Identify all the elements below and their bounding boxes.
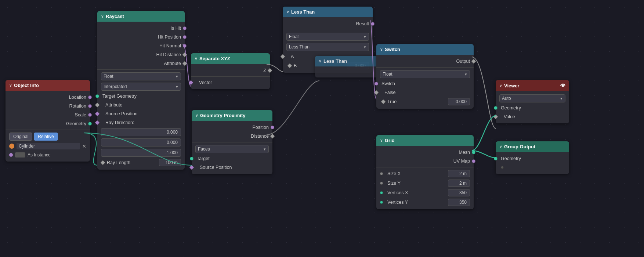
cylinder-row: Cylinder ✕ xyxy=(6,142,90,151)
viewer-geometry-socket[interactable] xyxy=(494,106,498,110)
geometry-proximity-collapse-icon[interactable]: ∨ xyxy=(195,113,198,117)
grid-vertx-socket[interactable] xyxy=(380,191,383,194)
grid-mesh-row: Mesh xyxy=(376,148,474,157)
viewer-eye-icon[interactable]: 👁 xyxy=(560,83,565,88)
switch-false-row: False xyxy=(376,88,474,97)
source-position-row: Source Position xyxy=(97,109,185,118)
switch-body: Output Float Switch False True 0.000 xyxy=(376,55,474,109)
switch-output-socket[interactable] xyxy=(471,59,476,64)
hit-normal-socket[interactable] xyxy=(183,44,187,48)
raycast-type-dropdown[interactable]: Float xyxy=(101,72,181,80)
viewer-value-socket[interactable] xyxy=(493,114,498,119)
switch-switch-row: Switch xyxy=(376,79,474,88)
grid-uv-socket[interactable] xyxy=(472,159,475,163)
ray-length-socket[interactable] xyxy=(100,160,105,165)
ray-direction-label: Ray Direction: xyxy=(105,120,134,125)
target-geometry-socket[interactable] xyxy=(95,94,99,98)
gp-distance-label: Distance xyxy=(251,134,269,139)
gp-faces-select[interactable]: Faces xyxy=(195,145,269,153)
mode-buttons: Original Relative xyxy=(6,131,90,142)
ray-y-input[interactable] xyxy=(101,138,181,146)
group-output-geometry-socket[interactable] xyxy=(494,157,498,160)
location-socket[interactable] xyxy=(88,95,92,99)
grid-sizex-socket[interactable] xyxy=(380,172,383,175)
switch-type-select[interactable]: Float xyxy=(380,70,470,78)
hit-position-socket[interactable] xyxy=(183,35,187,39)
group-output-title: Group Output xyxy=(504,144,535,149)
grid-vertx-row: Vertices X 350 xyxy=(376,188,474,198)
rotation-socket[interactable] xyxy=(88,104,92,108)
raycast-attribute-socket[interactable] xyxy=(182,61,187,66)
is-hit-socket[interactable] xyxy=(183,26,187,30)
gp-faces-dropdown[interactable]: Faces xyxy=(195,145,269,153)
ray-z-input[interactable] xyxy=(101,149,181,157)
viewer-collapse-icon[interactable]: ∨ xyxy=(499,84,502,88)
ray-x-input[interactable] xyxy=(101,128,181,136)
xyz-z-socket[interactable] xyxy=(267,68,272,73)
grid-collapse-icon[interactable]: ∨ xyxy=(380,138,383,142)
lt-a-socket[interactable] xyxy=(280,54,285,59)
grid-mesh-socket[interactable] xyxy=(472,151,475,154)
ray-z-row xyxy=(97,148,185,158)
ray-length-val: 100 m xyxy=(159,159,181,166)
raycast-interp-dropdown[interactable]: Interpolated xyxy=(101,83,181,91)
lt-result-socket[interactable] xyxy=(371,22,375,26)
viewer-auto-dropdown[interactable]: Auto xyxy=(499,94,565,102)
less-than-header: ∨ Less Than xyxy=(283,7,373,17)
grid-sizey-socket[interactable] xyxy=(380,182,383,185)
viewer-header: ∨ Viewer 👁 xyxy=(496,80,569,91)
group-output-geometry-label: Geometry xyxy=(501,156,521,161)
grid-verty-socket[interactable] xyxy=(380,201,383,204)
lt-a-label: A xyxy=(291,54,294,59)
switch-switch-socket[interactable] xyxy=(375,82,378,86)
relative-btn[interactable]: Relative xyxy=(34,133,58,141)
as-instance-label: As Instance xyxy=(28,152,51,158)
xyz-z-row: Z xyxy=(191,66,270,75)
ray-x-row xyxy=(97,127,185,137)
raycast-attribute-in-socket[interactable] xyxy=(95,102,100,108)
grid-verty-val: 350 xyxy=(448,199,470,206)
as-instance-toggle[interactable] xyxy=(15,152,25,158)
switch-false-label: False xyxy=(384,90,396,95)
scale-socket[interactable] xyxy=(88,113,92,117)
collapse-icon[interactable]: ∨ xyxy=(9,83,12,87)
geometry-proximity-title: Geometry Proximity xyxy=(200,113,246,118)
ray-direction-socket[interactable] xyxy=(95,120,100,125)
raycast-collapse-icon[interactable]: ∨ xyxy=(101,14,104,18)
grid-mesh-label: Mesh xyxy=(459,150,470,155)
separate-xyz-title: Separate XYZ xyxy=(199,56,230,61)
switch-true-socket[interactable] xyxy=(381,99,386,104)
xyz-vector-socket[interactable] xyxy=(188,80,193,85)
raycast-node: ∨ Raycast Is Hit Hit Position Hit Normal… xyxy=(97,11,185,170)
geometry-out-socket[interactable] xyxy=(88,122,92,126)
lt-op-select[interactable]: Less Than xyxy=(286,43,369,51)
xyz-vector-row: Vector xyxy=(191,78,270,87)
viewer-geometry-label: Geometry xyxy=(501,105,521,111)
lt-float-dropdown[interactable]: Float xyxy=(286,33,369,41)
raycast-attribute-row: Attribute xyxy=(97,59,185,68)
gp-distance-socket[interactable] xyxy=(270,134,275,139)
less-than-collapse-icon[interactable]: ∨ xyxy=(286,10,289,14)
raycast-type-select[interactable]: Float xyxy=(101,72,181,80)
raycast-interp-select[interactable]: Interpolated xyxy=(101,83,181,91)
lt-b-socket[interactable] xyxy=(287,63,292,68)
switch-type-dropdown[interactable]: Float xyxy=(380,70,470,78)
as-instance-row: As Instance xyxy=(6,151,90,159)
group-output-collapse-icon[interactable]: ∨ xyxy=(499,145,502,149)
source-position-socket[interactable] xyxy=(95,111,100,116)
switch-false-socket[interactable] xyxy=(374,90,379,95)
lt-op-dropdown[interactable]: Less Than xyxy=(286,43,369,51)
switch-collapse-icon[interactable]: ∨ xyxy=(380,47,383,51)
lt-float-select[interactable]: Float xyxy=(286,33,369,41)
less-than-2-collapse-icon[interactable]: ∨ xyxy=(319,59,321,63)
lt-lessthan-row: Less Than xyxy=(283,42,373,52)
original-btn[interactable]: Original xyxy=(9,133,32,141)
gp-target-socket[interactable] xyxy=(190,157,193,160)
viewer-auto-select[interactable]: Auto xyxy=(499,94,565,102)
separate-xyz-collapse-icon[interactable]: ∨ xyxy=(195,57,197,61)
close-icon[interactable]: ✕ xyxy=(82,144,86,149)
gp-source-socket[interactable] xyxy=(189,165,194,170)
hit-distance-socket[interactable] xyxy=(182,52,187,57)
grid-sizex-label: Size X xyxy=(387,171,446,176)
gp-position-socket[interactable] xyxy=(271,126,274,129)
